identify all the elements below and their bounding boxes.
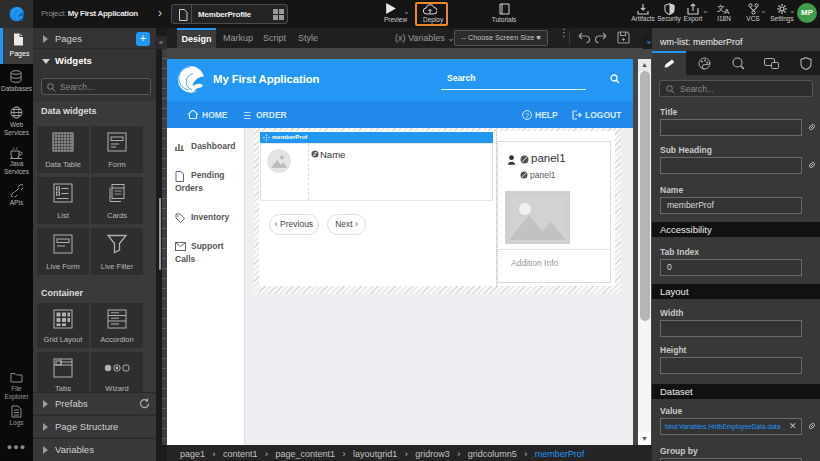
svg-text:?: ? [525, 112, 529, 119]
svg-text:A: A [724, 7, 730, 15]
